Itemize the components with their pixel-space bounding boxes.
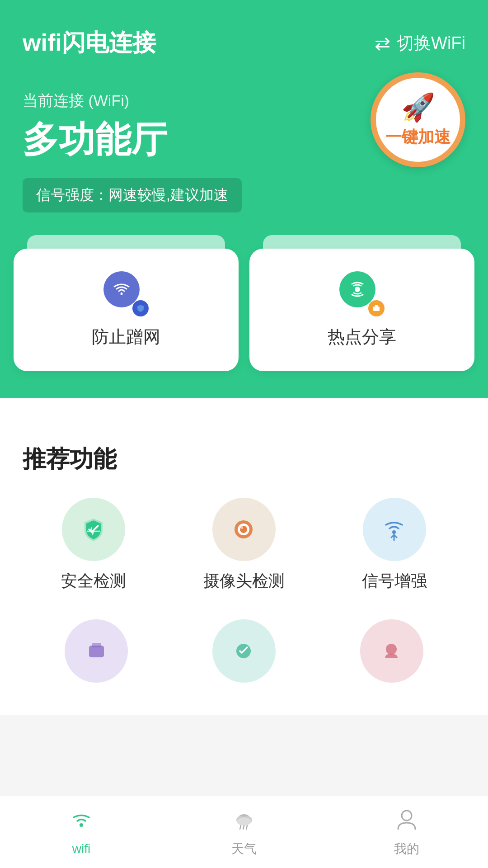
nav-weather-icon xyxy=(232,807,257,837)
connection-section: 当前连接 (WiFi) 多功能厅 信号强度：网速较慢,建议加速 🚀 一键加速 xyxy=(0,72,488,231)
svg-line-19 xyxy=(243,826,244,829)
card-freeload-label: 防止蹭网 xyxy=(92,326,160,349)
feature-extra-1[interactable] xyxy=(65,619,128,683)
feature-camera[interactable]: 摄像头检测 xyxy=(203,498,285,592)
card-hotspot[interactable]: 热点分享 xyxy=(249,249,474,371)
card-freeload[interactable]: 防止蹭网 xyxy=(14,249,239,371)
svg-rect-2 xyxy=(373,307,380,311)
nav-weather-label: 天气 xyxy=(231,840,257,858)
switch-icon: ⇄ xyxy=(375,32,390,54)
svg-line-20 xyxy=(246,826,247,829)
recommended-grid-2 xyxy=(23,619,465,683)
svg-point-21 xyxy=(402,811,412,821)
quick-features-section: 防止蹭网 xyxy=(0,249,488,371)
svg-point-0 xyxy=(121,293,123,295)
bottom-nav: wifi 天气 我的 xyxy=(0,796,488,868)
recommended-title: 推荐功能 xyxy=(23,443,465,475)
app-title: wifi闪电连接 xyxy=(23,27,156,59)
main-content: 推荐功能 安全检测 xyxy=(0,398,488,715)
svg-point-7 xyxy=(240,526,243,529)
feature-extra-3[interactable] xyxy=(360,619,423,683)
camera-icon xyxy=(212,498,276,561)
feature-security-label: 安全检测 xyxy=(61,570,126,592)
feature-security[interactable]: 安全检测 xyxy=(61,498,126,592)
nav-wifi-label: wifi xyxy=(72,842,90,856)
security-icon xyxy=(62,498,125,561)
rocket-icon: 🚀 xyxy=(401,91,435,123)
extra-1-icon xyxy=(65,619,128,683)
hotspot-icon xyxy=(339,271,385,316)
switch-wifi-label: 切换WiFi xyxy=(397,32,465,55)
svg-point-13 xyxy=(80,823,83,827)
feature-signal[interactable]: 信号增强 xyxy=(362,498,427,592)
speed-button[interactable]: 🚀 一键加速 xyxy=(371,72,465,167)
speed-button-label: 一键加速 xyxy=(385,126,450,148)
nav-my-icon xyxy=(394,807,419,837)
freeload-icon xyxy=(103,271,149,316)
svg-rect-10 xyxy=(92,643,101,647)
feature-camera-label: 摄像头检测 xyxy=(203,570,285,592)
svg-point-12 xyxy=(386,644,397,655)
nav-wifi-icon xyxy=(69,808,94,838)
svg-rect-3 xyxy=(375,305,378,307)
extra-3-icon xyxy=(360,619,423,683)
extra-2-icon xyxy=(212,619,276,683)
card-hotspot-label: 热点分享 xyxy=(328,326,396,349)
nav-my-label: 我的 xyxy=(394,840,419,858)
recommended-grid-1: 安全检测 摄像头检测 xyxy=(23,498,465,592)
signal-badge: 信号强度：网速较慢,建议加速 xyxy=(23,178,242,212)
svg-point-17 xyxy=(237,817,251,826)
feature-extra-2[interactable] xyxy=(212,619,276,683)
cards-row: 防止蹭网 xyxy=(14,249,474,371)
nav-my[interactable]: 我的 xyxy=(325,796,488,868)
app-header: wifi闪电连接 ⇄ 切换WiFi xyxy=(0,0,488,72)
svg-line-18 xyxy=(240,826,241,829)
svg-point-1 xyxy=(355,287,360,292)
signal-icon xyxy=(363,498,426,561)
nav-weather[interactable]: 天气 xyxy=(163,796,325,868)
feature-signal-label: 信号增强 xyxy=(362,570,427,592)
switch-wifi-button[interactable]: ⇄ 切换WiFi xyxy=(375,32,465,55)
nav-wifi[interactable]: wifi xyxy=(0,796,163,868)
